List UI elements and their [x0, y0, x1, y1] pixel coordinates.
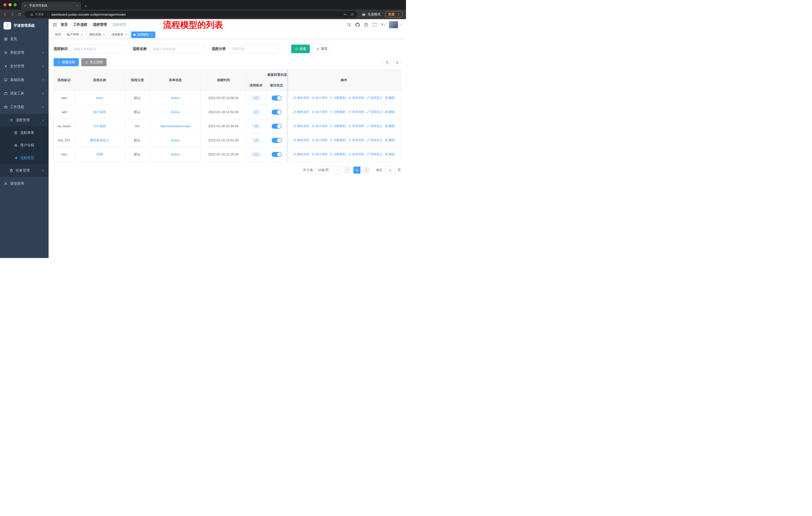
search-button[interactable]: 搜索 — [291, 45, 310, 53]
active-toggle[interactable] — [271, 96, 282, 101]
action-design-process[interactable]: 设计流程 — [312, 110, 327, 114]
action-delete[interactable]: 删除 — [385, 152, 395, 157]
action-publish-process[interactable]: 发布流程 — [348, 138, 364, 142]
app-logo[interactable]: 芋道管理系统 — [0, 19, 49, 32]
sidebar-item-home[interactable]: 首页 — [0, 32, 49, 46]
chrome-update-button[interactable]: 更新 — [385, 11, 403, 18]
bookmark-star-icon[interactable] — [350, 12, 354, 16]
sidebar-item-workflow[interactable]: 工作流程 — [0, 100, 49, 114]
new-tab-button[interactable] — [84, 4, 87, 8]
sidebar-item-dev-tools[interactable]: 研发工具 — [0, 87, 49, 100]
sidebar-item-process-mgmt[interactable]: 流程管理 — [0, 114, 49, 127]
address-bar[interactable]: 不安全 dashboard.yudao.iocoder.cn/bpm/manag… — [25, 11, 357, 18]
search-icon[interactable] — [347, 23, 351, 27]
sidebar-item-system-mgmt[interactable]: 系统管理 — [0, 46, 49, 59]
action-process-definition[interactable]: 流程定义 — [367, 152, 383, 157]
import-process-button[interactable]: 导入流程 — [81, 58, 107, 66]
page-size-select[interactable]: 10条/页 — [316, 166, 341, 173]
action-edit-process[interactable]: 修改流程 — [293, 110, 309, 114]
close-icon[interactable] — [103, 33, 105, 36]
tags-view-item[interactable]: 我的流程 — [87, 31, 108, 38]
breadcrumb-item[interactable]: 工作流程 — [73, 22, 87, 27]
action-process-definition[interactable]: 流程定义 — [367, 96, 383, 100]
tags-view-item[interactable]: 首页 — [53, 31, 63, 38]
tags-view-item[interactable]: 流程表单 — [109, 31, 129, 38]
github-icon[interactable] — [355, 23, 360, 27]
security-warning-icon[interactable] — [30, 13, 33, 16]
form-info-link[interactable]: biubiu — [171, 96, 180, 100]
action-design-process[interactable]: 设计流程 — [312, 152, 327, 157]
sidebar-item-process-model[interactable]: 流程模型 — [0, 152, 49, 164]
browser-back-icon[interactable] — [3, 12, 7, 17]
goto-page-input[interactable] — [385, 166, 396, 173]
category-select[interactable]: 流程分类 — [228, 45, 284, 53]
action-publish-process[interactable]: 发布流程 — [348, 110, 364, 114]
action-design-process[interactable]: 设计流程 — [312, 96, 327, 100]
action-publish-process[interactable]: 发布流程 — [348, 152, 364, 157]
process-name-link[interactable]: 自己审批 — [93, 110, 106, 114]
sidebar-collapse-icon[interactable] — [53, 22, 57, 27]
action-delete[interactable]: 删除 — [385, 138, 395, 142]
avatar[interactable] — [389, 21, 398, 28]
browser-reload-icon[interactable] — [18, 12, 21, 17]
form-info-link[interactable]: /bpm/oa/leave/create — [160, 124, 191, 128]
action-delete[interactable]: 删除 — [385, 124, 395, 128]
active-toggle[interactable] — [271, 138, 282, 143]
form-info-link[interactable]: biubiu — [171, 153, 180, 156]
tab-close-icon[interactable] — [76, 4, 79, 7]
close-icon[interactable] — [125, 33, 127, 36]
browser-forward-icon[interactable] — [10, 12, 14, 17]
prev-page-button[interactable] — [344, 166, 351, 173]
action-publish-process[interactable]: 发布流程 — [348, 124, 364, 128]
action-design-process[interactable]: 设计流程 — [312, 124, 327, 128]
password-key-icon[interactable] — [343, 12, 347, 16]
action-edit-process[interactable]: 修改流程 — [293, 124, 309, 128]
form-info-link[interactable]: biubiu — [171, 138, 180, 142]
tags-view-item[interactable]: 租户管理 — [65, 31, 85, 38]
close-window-button[interactable] — [3, 3, 6, 6]
sidebar-item-infrastructure[interactable]: 基础设施 — [0, 73, 49, 87]
breadcrumb-item[interactable]: 首页 — [61, 22, 68, 27]
create-process-button[interactable]: 新建流程 — [54, 58, 79, 66]
next-page-button[interactable] — [363, 166, 370, 173]
action-assign-rule[interactable]: 分配规则 — [330, 138, 346, 142]
user-menu[interactable] — [389, 21, 402, 28]
active-toggle[interactable] — [271, 152, 282, 157]
refresh-table-button[interactable] — [394, 58, 401, 66]
action-edit-process[interactable]: 修改流程 — [293, 152, 309, 157]
browser-tab[interactable]: 芋道管理系统 — [21, 2, 81, 9]
sidebar-item-process-form[interactable]: 流程表单 — [0, 127, 49, 139]
process-name-link[interactable]: OA 请假 — [94, 124, 106, 128]
action-assign-rule[interactable]: 分配规则 — [330, 124, 346, 128]
minimize-window-button[interactable] — [8, 3, 11, 6]
action-publish-process[interactable]: 发布流程 — [348, 96, 364, 100]
active-toggle[interactable] — [271, 110, 282, 115]
sidebar-item-user-group[interactable]: 用户分组 — [0, 139, 49, 152]
process-id-input[interactable] — [70, 45, 126, 53]
process-name-link[interactable]: eeee — [96, 96, 103, 100]
close-icon[interactable] — [81, 33, 83, 36]
action-delete[interactable]: 删除 — [385, 110, 395, 114]
tags-view-item[interactable]: 流程模型 — [131, 31, 155, 38]
action-edit-process[interactable]: 修改流程 — [293, 138, 309, 142]
sidebar-item-task-mgmt[interactable]: 任务管理 — [0, 164, 49, 177]
action-assign-rule[interactable]: 分配规则 — [330, 110, 346, 114]
action-process-definition[interactable]: 流程定义 — [367, 124, 383, 128]
action-delete[interactable]: 删除 — [385, 96, 395, 100]
page-1-button[interactable]: 1 — [353, 166, 360, 173]
font-size-icon[interactable]: TT — [381, 23, 385, 27]
fullscreen-icon[interactable] — [373, 23, 377, 27]
sidebar-item-payment-mgmt[interactable]: ¥支付管理 — [0, 59, 49, 73]
action-design-process[interactable]: 设计流程 — [312, 138, 327, 142]
sidebar-item-leave-query[interactable]: 请假查询 — [0, 177, 49, 190]
form-info-link[interactable]: biubiu — [171, 110, 180, 114]
action-process-definition[interactable]: 流程定义 — [367, 138, 383, 142]
process-name-input[interactable] — [149, 45, 205, 53]
process-name-link[interactable]: 滔博 — [96, 153, 103, 156]
action-process-definition[interactable]: 流程定义 — [367, 110, 383, 114]
action-assign-rule[interactable]: 分配规则 — [330, 96, 346, 100]
maximize-window-button[interactable] — [13, 3, 17, 6]
active-toggle[interactable] — [271, 124, 282, 129]
browser-menu-icon[interactable] — [397, 12, 401, 16]
close-icon[interactable] — [150, 33, 153, 36]
